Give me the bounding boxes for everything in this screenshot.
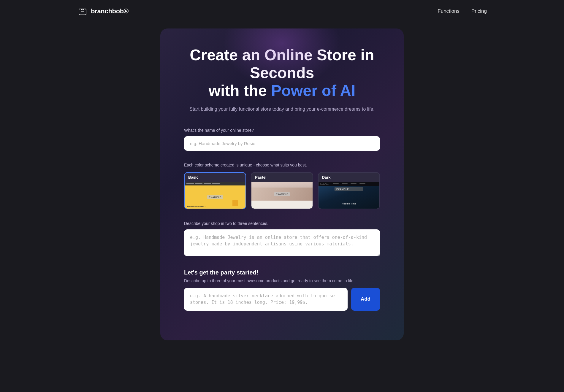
shop-description-label: Describe your shop in two to three sente… — [184, 221, 380, 226]
logo-icon — [77, 6, 88, 17]
nav-pricing[interactable]: Pricing — [471, 8, 487, 14]
basic-preview-text: Fresh Lemonade ™ — [187, 205, 206, 207]
hero-title-line1: Create an Online Store in Seconds — [190, 46, 374, 81]
nav-functions[interactable]: Functions — [438, 8, 460, 14]
color-scheme-label: Each color scheme created is unique - ch… — [184, 163, 380, 167]
scheme-basic-label: Basic — [185, 173, 245, 182]
logo-text: branchbob® — [91, 7, 129, 15]
product-description-textarea[interactable] — [184, 288, 348, 311]
add-product-button[interactable]: Add — [351, 288, 380, 311]
store-name-label: What's the name of your online store? — [184, 128, 380, 133]
store-name-section: What's the name of your online store? — [184, 128, 380, 151]
hero-subtitle: Start building your fully functional sto… — [184, 105, 380, 113]
hero-title-line2-plain: with the — [209, 82, 271, 99]
hero-title: Create an Online Store in Seconds with t… — [184, 46, 380, 99]
scheme-card-basic[interactable]: Basic EXAMPLE — [184, 172, 246, 209]
products-subheading: Describe up to three of your most awesom… — [184, 278, 380, 283]
store-name-input[interactable] — [184, 136, 380, 151]
scheme-basic-preview: EXAMPLE Fresh Lemonade ™ — [185, 182, 245, 209]
scheme-cards: Basic EXAMPLE — [184, 172, 380, 209]
scheme-pastel-preview: EXAMPLE — [251, 182, 312, 209]
dark-example-badge: EXAMPLE — [335, 187, 363, 191]
header: branchbob® Functions Pricing — [0, 0, 564, 23]
products-heading: Let's get the party started! — [184, 269, 380, 276]
scheme-dark-label: Dark — [319, 173, 379, 182]
pastel-example-badge: EXAMPLE — [274, 192, 290, 196]
color-scheme-section: Each color scheme created is unique - ch… — [184, 163, 380, 209]
scheme-card-dark[interactable]: Dark Hoodie Time — [318, 172, 380, 209]
products-section: Let's get the party started! Describe up… — [184, 269, 380, 311]
nav-links: Functions Pricing — [438, 8, 487, 14]
shop-description-section: Describe your shop in two to three sente… — [184, 221, 380, 257]
product-input-row: Add — [184, 288, 380, 311]
hero-card: Create an Online Store in Seconds with t… — [160, 28, 404, 340]
dark-store-title: Hoodie Time — [342, 202, 356, 205]
scheme-pastel-label: Pastel — [251, 173, 312, 182]
logo-area: branchbob® — [77, 6, 129, 17]
hero-title-accent: Power of AI — [271, 82, 355, 99]
shop-description-textarea[interactable] — [184, 229, 380, 256]
scheme-card-pastel[interactable]: Pastel EXAMPLE — [251, 172, 313, 209]
basic-example-badge: EXAMPLE — [207, 195, 223, 199]
scheme-dark-preview: Hoodie Time Hoodie Time — [319, 182, 379, 209]
